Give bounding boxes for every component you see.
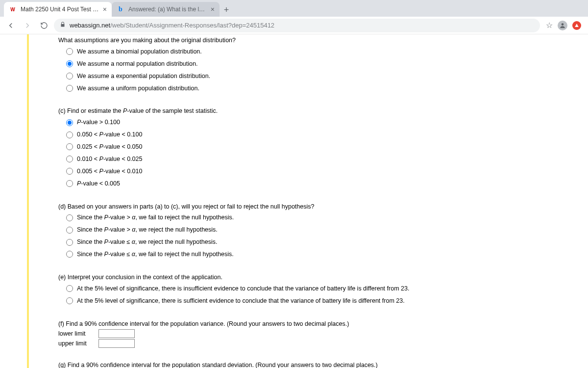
radio-option[interactable]: Since the P-value ≤ α, we reject the nul… bbox=[58, 236, 588, 248]
extension-badge[interactable] bbox=[572, 21, 581, 30]
option-label: Since the P-value ≤ α, we reject the nul… bbox=[77, 238, 217, 246]
radio-option[interactable]: We assume a exponential population distr… bbox=[58, 70, 588, 82]
lower-limit-input[interactable] bbox=[98, 329, 135, 338]
option-label: 0.050 < P-value < 0.100 bbox=[77, 131, 142, 139]
webassign-favicon: W bbox=[9, 5, 17, 13]
question-e: (e) Interpret your conclusion in the con… bbox=[58, 273, 588, 307]
bookmark-star-icon[interactable]: ☆ bbox=[546, 21, 553, 30]
radio-option[interactable]: We assume a binomial population distribu… bbox=[58, 46, 588, 58]
question-prompt: (d) Based on your answers in parts (a) t… bbox=[58, 203, 588, 211]
radio-exponential[interactable] bbox=[66, 73, 73, 79]
address-bar[interactable]: webassign.net/web/Student/Assignment-Res… bbox=[54, 19, 540, 32]
radio-pvalue-005-010[interactable] bbox=[66, 168, 73, 175]
question-prompt: What assumptions are you making about th… bbox=[58, 36, 588, 45]
tab-bartleby[interactable]: b Answered: (a) What is the leve × bbox=[112, 2, 220, 17]
close-icon[interactable]: × bbox=[211, 6, 215, 13]
question-prompt: (f) Find a 90% confidence interval for t… bbox=[58, 320, 588, 328]
option-label: At the 5% level of significance, there i… bbox=[77, 297, 405, 305]
tab-math2250[interactable]: W Math 2250 Unit 4 Post Test Re × bbox=[4, 2, 112, 17]
radio-normal[interactable] bbox=[66, 60, 73, 67]
upper-limit-row: upper limit bbox=[58, 339, 588, 348]
question-prompt: (e) Interpret your conclusion in the con… bbox=[58, 273, 588, 282]
radio-option[interactable]: We assume a uniform population distribut… bbox=[58, 82, 588, 95]
tab-title: Math 2250 Unit 4 Post Test Re bbox=[21, 6, 99, 13]
option-label: Since the P-value > α, we fail to reject… bbox=[77, 213, 234, 222]
question-prompt: (c) Find or estimate the P-value of the … bbox=[58, 107, 588, 115]
tab-strip: W Math 2250 Unit 4 Post Test Re × b Answ… bbox=[0, 0, 588, 17]
radio-uniform[interactable] bbox=[66, 85, 73, 92]
radio-option[interactable]: 0.010 < P-value < 0.025 bbox=[58, 153, 588, 165]
radio-pvalue-lt-005[interactable] bbox=[66, 180, 73, 187]
option-label: 0.010 < P-value < 0.025 bbox=[77, 155, 142, 163]
question-prompt: (g) Find a 90% confidence interval for t… bbox=[58, 361, 588, 368]
radio-option[interactable]: 0.005 < P-value < 0.010 bbox=[58, 165, 588, 178]
option-label: We assume a binomial population distribu… bbox=[77, 48, 202, 56]
radio-option[interactable]: 0.025 < P-value < 0.050 bbox=[58, 141, 588, 153]
forward-button[interactable] bbox=[21, 19, 34, 32]
radio-pvalue-050-100[interactable] bbox=[66, 131, 73, 138]
question-d: (d) Based on your answers in parts (a) t… bbox=[58, 203, 588, 261]
left-gutter bbox=[0, 34, 27, 368]
option-label: At the 5% level of significance, there i… bbox=[77, 285, 409, 293]
profile-avatar[interactable] bbox=[558, 21, 567, 30]
radio-pvalue-gt-100[interactable] bbox=[66, 119, 73, 126]
reload-button[interactable] bbox=[37, 19, 51, 32]
option-label: We assume a exponential population distr… bbox=[77, 72, 210, 80]
question-c: (c) Find or estimate the P-value of the … bbox=[58, 107, 588, 189]
url-path: /web/Student/Assignment-Responses/last?d… bbox=[110, 22, 274, 29]
radio-pvalue-010-025[interactable] bbox=[66, 156, 73, 162]
svg-point-0 bbox=[562, 23, 564, 26]
radio-reject-gt[interactable] bbox=[66, 227, 73, 234]
radio-sufficient-evidence[interactable] bbox=[66, 297, 73, 304]
question-f: (f) Find a 90% confidence interval for t… bbox=[58, 320, 588, 349]
option-label: Since the P-value ≤ α, we fail to reject… bbox=[77, 250, 234, 259]
tab-title: Answered: (a) What is the leve bbox=[128, 6, 207, 13]
radio-option[interactable]: Since the P-value ≤ α, we fail to reject… bbox=[58, 248, 588, 261]
radio-option[interactable]: P-value > 0.100 bbox=[58, 116, 588, 129]
option-label: P-value < 0.005 bbox=[77, 180, 120, 188]
option-label: We assume a normal population distributi… bbox=[77, 60, 197, 68]
radio-insufficient-evidence[interactable] bbox=[66, 285, 73, 292]
upper-limit-input[interactable] bbox=[98, 339, 135, 348]
question-g: (g) Find a 90% confidence interval for t… bbox=[58, 361, 588, 368]
radio-option[interactable]: Since the P-value > α, we fail to reject… bbox=[58, 211, 588, 224]
radio-fail-reject-gt[interactable] bbox=[66, 214, 73, 221]
radio-fail-reject-le[interactable] bbox=[66, 251, 73, 258]
lower-limit-row: lower limit bbox=[58, 329, 588, 339]
radio-option[interactable]: At the 5% level of significance, there i… bbox=[58, 295, 588, 307]
assignment-content: What assumptions are you making about th… bbox=[29, 34, 588, 368]
new-tab-button[interactable]: + bbox=[220, 3, 233, 17]
question-assumptions: What assumptions are you making about th… bbox=[58, 36, 588, 94]
option-label: P-value > 0.100 bbox=[77, 118, 120, 127]
radio-option[interactable]: Since the P-value > α, we reject the nul… bbox=[58, 224, 588, 236]
radio-pvalue-025-050[interactable] bbox=[66, 143, 73, 150]
url-domain: webassign.net bbox=[70, 22, 110, 29]
browser-toolbar: webassign.net/web/Student/Assignment-Res… bbox=[0, 17, 588, 34]
radio-option[interactable]: 0.050 < P-value < 0.100 bbox=[58, 129, 588, 141]
radio-option[interactable]: P-value < 0.005 bbox=[58, 178, 588, 190]
radio-binomial[interactable] bbox=[66, 48, 73, 55]
option-label: We assume a uniform population distribut… bbox=[77, 84, 199, 93]
close-icon[interactable]: × bbox=[103, 6, 107, 13]
bartleby-favicon: b bbox=[117, 5, 124, 13]
option-label: Since the P-value > α, we reject the nul… bbox=[77, 226, 218, 234]
back-button[interactable] bbox=[4, 19, 18, 32]
radio-option[interactable]: We assume a normal population distributi… bbox=[58, 58, 588, 70]
upper-limit-label: upper limit bbox=[58, 340, 94, 348]
option-label: 0.005 < P-value < 0.010 bbox=[77, 167, 142, 176]
lower-limit-label: lower limit bbox=[58, 330, 94, 338]
lock-icon bbox=[60, 22, 66, 29]
radio-option[interactable]: At the 5% level of significance, there i… bbox=[58, 283, 588, 295]
radio-reject-le[interactable] bbox=[66, 239, 73, 246]
page-viewport: What assumptions are you making about th… bbox=[0, 34, 588, 368]
option-label: 0.025 < P-value < 0.050 bbox=[77, 143, 142, 151]
